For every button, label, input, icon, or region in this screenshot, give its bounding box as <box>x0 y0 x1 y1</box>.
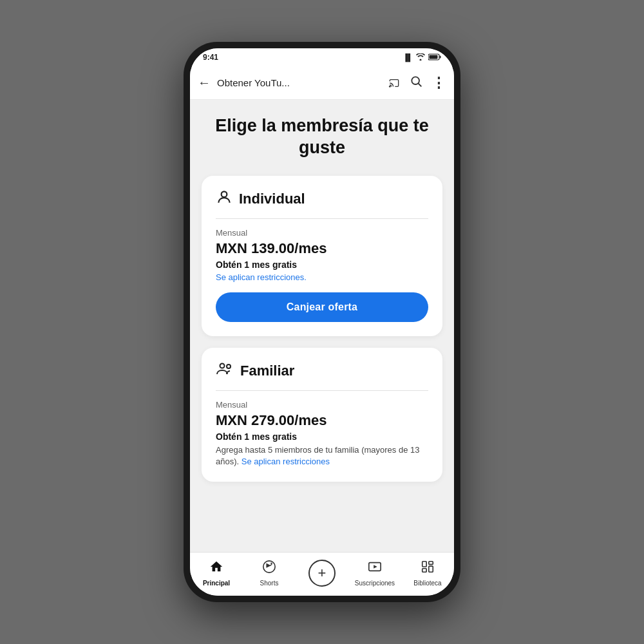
plus-icon: + <box>318 566 327 580</box>
nav-label-shorts: Shorts <box>260 580 279 587</box>
individual-plan-card: Individual Mensual MXN 139.00/mes Obtén … <box>202 176 442 336</box>
individual-plan-header: Individual <box>216 189 428 209</box>
individual-plan-icon <box>216 189 232 209</box>
nav-label-principal: Principal <box>203 580 230 587</box>
svg-point-7 <box>220 363 225 368</box>
familiar-plan-card: Familiar Mensual MXN 279.00/mes Obtén 1 … <box>202 348 442 482</box>
svg-point-6 <box>222 191 227 197</box>
familiar-restrictions-link[interactable]: Se aplican restricciones <box>242 457 330 466</box>
individual-plan-price: MXN 139.00/mes <box>216 240 428 257</box>
phone-device: 9:41 ▐▌ <box>184 42 460 602</box>
familiar-plan-name: Familiar <box>240 363 294 379</box>
svg-marker-10 <box>374 565 377 569</box>
svg-rect-11 <box>422 561 426 566</box>
svg-point-3 <box>389 86 391 88</box>
individual-cta-button[interactable]: Canjear oferta <box>216 292 428 322</box>
individual-free-month: Obtén 1 mes gratis <box>216 260 428 270</box>
svg-rect-13 <box>429 566 433 572</box>
svg-rect-14 <box>422 568 426 572</box>
page-heading: Elige la membresía que te guste <box>202 115 442 159</box>
shorts-icon <box>262 560 276 578</box>
add-button[interactable]: + <box>308 560 336 587</box>
individual-period-label: Mensual <box>216 228 428 238</box>
nav-item-suscripciones[interactable]: Suscripciones <box>348 560 401 587</box>
back-button[interactable]: ← <box>198 75 211 90</box>
more-options-button[interactable]: ⋮ <box>431 75 446 91</box>
subscriptions-icon <box>368 560 382 578</box>
familiar-free-month: Obtén 1 mes gratis <box>216 431 428 442</box>
familiar-plan-divider <box>216 390 428 391</box>
svg-point-8 <box>227 365 231 368</box>
title-bar: ← Obtener YouTu... ⋮ <box>190 66 454 100</box>
signal-icon: ▐▌ <box>402 53 413 61</box>
battery-icon <box>428 53 441 62</box>
nav-item-biblioteca[interactable]: Biblioteca <box>401 560 454 587</box>
familiar-period-label: Mensual <box>216 400 428 410</box>
phone-screen: 9:41 ▐▌ <box>190 48 454 596</box>
individual-plan-divider <box>216 218 428 219</box>
svg-rect-1 <box>440 55 441 58</box>
status-time: 9:41 <box>203 53 218 62</box>
page-title-bar: Obtener YouTu... <box>217 77 381 88</box>
familiar-plan-header: Familiar <box>216 361 428 381</box>
nav-label-suscripciones: Suscripciones <box>355 580 395 587</box>
status-icons: ▐▌ <box>402 53 441 62</box>
title-bar-actions: ⋮ <box>388 75 446 91</box>
individual-plan-name: Individual <box>239 191 305 207</box>
svg-line-5 <box>419 84 422 87</box>
svg-point-4 <box>412 77 419 84</box>
svg-rect-2 <box>430 55 438 59</box>
familiar-note: Agrega hasta 5 miembros de tu familia (m… <box>216 444 428 468</box>
home-icon <box>209 560 223 578</box>
cast-button[interactable] <box>388 76 401 90</box>
nav-label-biblioteca: Biblioteca <box>413 580 441 587</box>
status-bar: 9:41 ▐▌ <box>190 48 454 66</box>
nav-item-principal[interactable]: Principal <box>190 560 243 587</box>
individual-restrictions-link[interactable]: Se aplican restricciones. <box>216 272 428 282</box>
bottom-nav: Principal Shorts + <box>190 552 454 596</box>
familiar-plan-icon <box>216 361 234 381</box>
nav-item-shorts[interactable]: Shorts <box>243 560 296 587</box>
search-button[interactable] <box>410 75 422 91</box>
library-icon <box>421 560 435 578</box>
familiar-plan-price: MXN 279.00/mes <box>216 412 428 429</box>
main-content: Elige la membresía que te guste Individu… <box>190 100 454 552</box>
svg-rect-12 <box>429 561 433 564</box>
wifi-icon <box>416 53 425 62</box>
nav-item-add[interactable]: + <box>296 560 348 587</box>
